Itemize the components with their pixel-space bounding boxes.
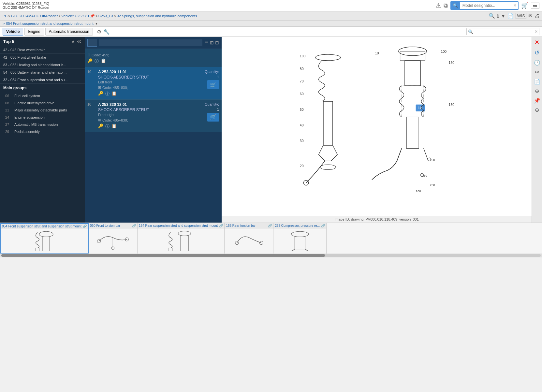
parts-num-0: 10: [87, 70, 95, 74]
rt-pin2-icon[interactable]: 📌: [533, 97, 541, 104]
sidebar-expand-icon[interactable]: ≪: [77, 39, 81, 44]
sidebar-item-0[interactable]: 42 - 045 Rear wheel brake: [0, 46, 85, 54]
sidebar-collapse-icon[interactable]: ∧: [71, 39, 75, 44]
search-clear-icon[interactable]: ✕: [512, 3, 518, 8]
toolbar-search-input[interactable]: [475, 28, 533, 35]
grid-view-icon[interactable]: ⊞: [210, 40, 214, 45]
expand-view-icon[interactable]: ⊟: [215, 40, 219, 45]
thumb-svg-0: [27, 231, 62, 252]
parts-code-prev: ⊞ Code: 459;: [87, 53, 219, 57]
tools-icon[interactable]: 🔧: [103, 29, 110, 35]
breadcrumb-pc[interactable]: PC: [3, 14, 7, 18]
sidebar-group-27[interactable]: 27 Automatic MB transmission: [0, 121, 85, 128]
sidebar-item-3[interactable]: 54 - 030 Battery, starter and alternator…: [0, 69, 85, 76]
parts-code-val-1: Code: 485+830;: [102, 118, 128, 122]
breadcrumb-springs[interactable]: 32 Springs, suspension and hydraulic com…: [117, 14, 197, 18]
add-to-cart-0[interactable]: 🛒: [207, 80, 219, 89]
breadcrumb-vehicle[interactable]: Vehicle: C253981: [61, 14, 89, 18]
tab-vehicle[interactable]: Vehicle: [3, 28, 23, 36]
rt-zoom-in-icon[interactable]: ⊕: [534, 87, 540, 95]
filter-icon[interactable]: ▼: [501, 13, 506, 19]
key-icon-0[interactable]: 🔑: [98, 91, 103, 97]
tab-engine[interactable]: Engine: [24, 28, 44, 36]
parts-search-input[interactable]: [99, 39, 202, 46]
group-num-08: 08: [5, 101, 12, 105]
cart-icon-header[interactable]: 🛒: [521, 2, 528, 9]
toolbar-search-icon[interactable]: 🔍: [467, 29, 475, 35]
search-icon-header[interactable]: 🔍: [451, 2, 460, 9]
rt-doc2-icon[interactable]: 📄: [533, 78, 541, 85]
key-icon-prev[interactable]: 🔑: [87, 58, 93, 64]
thumb-svg-4: [283, 231, 317, 252]
parts-item-0[interactable]: 10 A 253 320 11 01 SHOCK-ABSORBER STRUT …: [85, 67, 222, 100]
thumb-item-0[interactable]: 054 Front suspension strut and suspensio…: [0, 223, 89, 254]
thumb-svg-3: [232, 231, 267, 252]
scrollbar-thumb[interactable]: [1, 254, 325, 257]
thumb-item-3[interactable]: 165 Rear torsion bar 🔗: [225, 223, 273, 254]
svg-text:30: 30: [300, 139, 304, 143]
thumb-item-1[interactable]: 060 Front torsion bar 🔗: [89, 223, 138, 254]
toolbar-search-clear[interactable]: ✕: [533, 29, 539, 34]
section-dropdown-arrow[interactable]: ▼: [95, 22, 98, 25]
info-icon-1[interactable]: ⓘ: [105, 123, 110, 129]
print-icon[interactable]: 🖨: [535, 13, 539, 19]
rt-refresh-icon[interactable]: ↺: [534, 49, 540, 57]
grid-icon-prev: ⊞: [87, 53, 90, 57]
thumb-item-4[interactable]: 233 Compressor, pressure re... 🔗: [273, 223, 327, 254]
group-label-24: Engine suspension: [14, 115, 45, 119]
search-input[interactable]: [460, 2, 512, 9]
list-view-icon[interactable]: ☰: [204, 40, 209, 45]
rt-history-icon[interactable]: 🕐: [533, 59, 541, 66]
svg-text:260: 260: [416, 189, 421, 193]
breadcrumb-fx[interactable]: C253_FX: [98, 14, 113, 18]
sidebar-group-29[interactable]: 29 Pedal assembly: [0, 128, 85, 135]
section-link[interactable]: 054 Front suspension strut and suspensio…: [6, 22, 93, 25]
doc-icon[interactable]: 📄: [507, 13, 514, 19]
email-icon[interactable]: ✉: [528, 13, 533, 19]
settings-icon[interactable]: ⚙: [97, 29, 101, 35]
parts-code-0: ⊞ Code: 485+830;: [98, 85, 202, 90]
add-to-cart-1[interactable]: 🛒: [207, 113, 219, 122]
group-num-27: 27: [5, 123, 12, 126]
doc-icon-0[interactable]: 📋: [111, 91, 117, 97]
group-label-27: Automatic MB transmission: [14, 123, 58, 126]
parts-partno-0: A 253 320 11 01: [98, 70, 202, 74]
horizontal-scrollbar[interactable]: [0, 254, 542, 257]
parts-panel: ☰ ⊞ ⊟ ⊞ Code: 459; 🔑 ⓘ 📋: [85, 37, 222, 223]
zoom-in-icon[interactable]: 🔍: [489, 13, 495, 19]
parts-desc-1: SHOCK-ABSORBER STRUT: [98, 108, 202, 112]
lang-selector[interactable]: en: [531, 3, 539, 8]
doc-icon-1[interactable]: 📋: [111, 123, 117, 129]
rt-zoom-out-icon[interactable]: ⊖: [534, 106, 540, 114]
sidebar-group-24[interactable]: 24 Engine suspension: [0, 114, 85, 121]
header: Vehicle: C253981 (C253_FX) GLC 200 4MATI…: [0, 0, 542, 11]
sidebar-group-08[interactable]: 08 Electric drive/hybrid drive: [0, 99, 85, 107]
group-label-06: Fuel cell system: [14, 94, 40, 98]
sidebar-group-06[interactable]: 06 Fuel cell system: [0, 92, 85, 99]
main-groups-header: Main groups: [0, 84, 85, 92]
rt-scissors-icon[interactable]: ✂: [534, 68, 540, 76]
breadcrumb-glc[interactable]: GLC 200 4MATIC Off-Roader: [11, 14, 58, 18]
thumb-item-2[interactable]: 154 Rear suspension strut and suspension…: [138, 223, 225, 254]
svg-text:250: 250: [430, 183, 435, 186]
breadcrumb-sep2: >: [95, 14, 97, 18]
sidebar-item-1[interactable]: 42 - 030 Front wheel brake: [0, 54, 85, 61]
sidebar-group-21[interactable]: 21 Major assembly detachable parts: [0, 107, 85, 114]
key-icon-1[interactable]: 🔑: [98, 123, 103, 129]
svg-text:80: 80: [300, 66, 304, 70]
sidebar-item-4[interactable]: 32 - 054 Front suspension strut and su..…: [0, 76, 85, 84]
copy-icon[interactable]: ⧉: [444, 2, 448, 9]
thumb-link-icon-4: 🔗: [321, 224, 325, 227]
qty-val-0: 1: [217, 75, 219, 79]
rt-close-icon[interactable]: ✕: [534, 38, 540, 47]
info-icon[interactable]: ℹ: [497, 13, 499, 19]
sidebar-item-2[interactable]: 83 - 035 Heating and air conditioner h..…: [0, 61, 85, 69]
info-icon-prev[interactable]: ⓘ: [95, 58, 99, 64]
wis-icon[interactable]: WIS: [516, 13, 526, 19]
tab-transmission[interactable]: Automatic transmission: [45, 28, 93, 36]
image-id-label: Image ID: drawing_PV000.010.118.409_vers…: [222, 216, 532, 223]
warning-icon[interactable]: ⚠: [436, 2, 441, 9]
doc-icon-prev[interactable]: 📋: [101, 58, 106, 64]
info-icon-0[interactable]: ⓘ: [105, 91, 110, 97]
parts-item-1[interactable]: 10 A 253 320 12 01 SHOCK-ABSORBER STRUT …: [85, 100, 222, 132]
